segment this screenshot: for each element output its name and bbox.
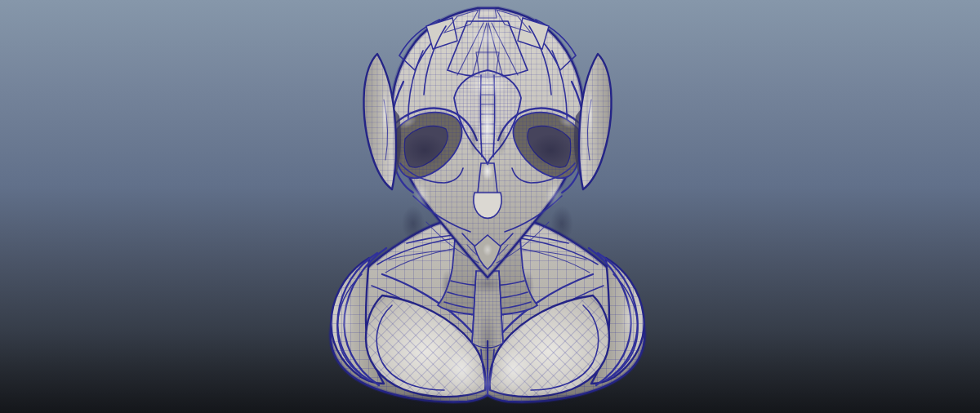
wireframe-bust-model[interactable]	[0, 0, 980, 413]
viewport-canvas[interactable]: Wireframe 3D bust of a symmetric sci-fi …	[0, 0, 980, 413]
